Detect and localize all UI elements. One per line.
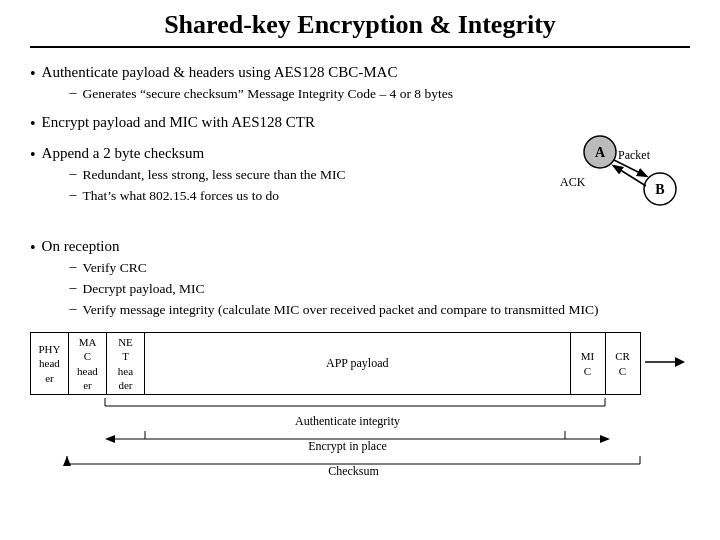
right-arrow-icon (645, 347, 685, 377)
frame-table: PHYheader MACheader NETheader APP payloa… (30, 332, 690, 395)
bullet-2-text: Encrypt payload and MIC with AES128 CTR (42, 112, 315, 133)
svg-text:ACK: ACK (560, 175, 586, 189)
bullet-4: • On reception – Verify CRC – Decrypt pa… (30, 236, 690, 320)
svg-text:Packet: Packet (618, 148, 651, 162)
bullet-3-text: Append a 2 byte checksum (42, 145, 204, 161)
sub-bullet-3-2: – That’s what 802.15.4 forces us to do (70, 187, 346, 206)
sub-bullet-1-1: – Generates “secure checksum” Message In… (70, 85, 453, 104)
bullet-icon-2: • (30, 113, 36, 135)
svg-marker-23 (63, 456, 71, 466)
bullet-1-text: Authenticate payload & headers using AES… (42, 64, 398, 80)
packet-diagram: A B Packet ACK (530, 134, 685, 224)
sub-text-3-1: Redundant, less strong, less secure than… (83, 166, 346, 185)
frame-cell-mic: MIC (570, 332, 605, 394)
sub-text-1-1: Generates “secure checksum” Message Inte… (83, 85, 453, 104)
sub-text-4-2: Decrypt payload, MIC (83, 280, 205, 299)
frame-section: PHYheader MACheader NETheader APP payloa… (30, 332, 690, 479)
svg-text:B: B (655, 182, 664, 197)
sub-bullet-3-1: – Redundant, less strong, less secure th… (70, 166, 346, 185)
sub-bullet-4-2: – Decrypt payload, MIC (70, 280, 599, 299)
bullet-4-text: On reception (42, 238, 120, 254)
bullet-3: • Append a 2 byte checksum – Redundant, … (30, 143, 530, 206)
sub-text-4-1: Verify CRC (83, 259, 147, 278)
authenticate-bracket (30, 396, 690, 416)
frame-cell-app: APP payload (145, 332, 571, 394)
bullet-2: • Encrypt payload and MIC with AES128 CT… (30, 112, 690, 135)
svg-line-5 (614, 166, 646, 186)
bullet-1: • Authenticate payload & headers using A… (30, 62, 690, 104)
sub-bullet-4-3: – Verify message integrity (calculate MI… (70, 301, 599, 320)
frame-cell-mac: MACheader (69, 332, 107, 394)
sub-text-3-2: That’s what 802.15.4 forces us to do (83, 187, 279, 206)
svg-text:A: A (595, 145, 606, 160)
sub-text-4-3: Verify message integrity (calculate MIC … (83, 301, 599, 320)
svg-marker-16 (105, 435, 115, 443)
frame-cell-crc: CRC (605, 332, 640, 394)
bullet-icon-3: • (30, 144, 36, 166)
content-area: • Authenticate payload & headers using A… (30, 58, 690, 530)
authenticate-label: Authenticate integrity (105, 414, 590, 429)
bullet-icon-1: • (30, 63, 36, 85)
frame-cell-phy: PHYheader (31, 332, 69, 394)
slide-title: Shared-key Encryption & Integrity (30, 10, 690, 48)
sub-bullet-4-1: – Verify CRC (70, 259, 599, 278)
svg-marker-9 (675, 357, 685, 367)
svg-line-4 (614, 160, 646, 176)
frame-cell-net: NETheader (107, 332, 145, 394)
svg-marker-19 (600, 435, 610, 443)
slide: Shared-key Encryption & Integrity • Auth… (0, 0, 720, 540)
frame-cell-arrow-right (640, 332, 690, 394)
bullet-icon-4: • (30, 237, 36, 259)
